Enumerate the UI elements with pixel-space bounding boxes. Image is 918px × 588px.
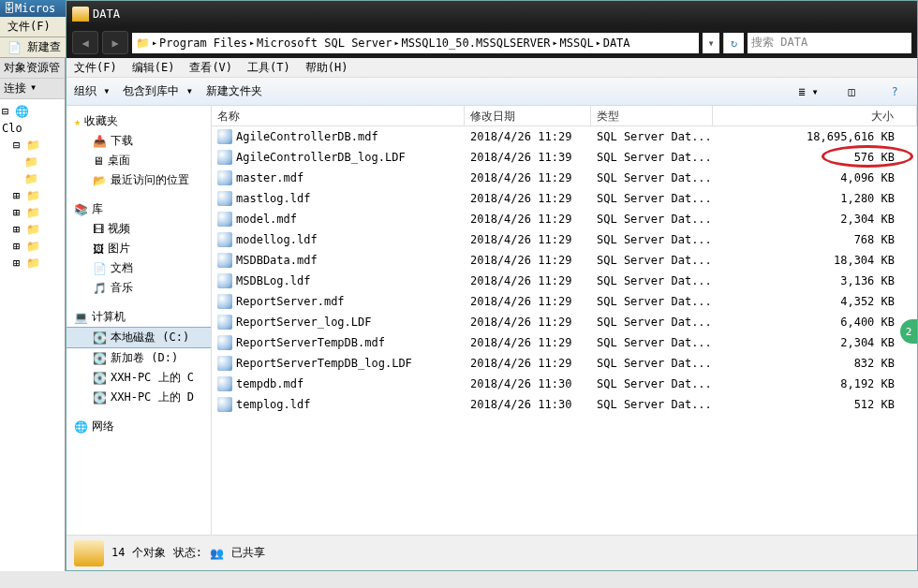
col-name[interactable]: 名称 <box>212 106 465 125</box>
view-options-button[interactable]: ≣ ▾ <box>793 81 823 102</box>
video-icon: 🎞 <box>93 223 104 236</box>
col-type[interactable]: 类型 <box>591 106 713 125</box>
file-row[interactable]: MSDBData.mdf2018/4/26 11:29SQL Server Da… <box>212 250 917 271</box>
menu-help[interactable]: 帮助(H) <box>305 60 348 76</box>
nav-drive-c[interactable]: 💽本地磁盘 (C:) <box>67 327 211 348</box>
nav-favorites[interactable]: ★收藏夹 <box>67 111 211 131</box>
file-icon <box>217 150 232 165</box>
refresh-button[interactable]: ↻ <box>723 33 744 53</box>
nav-drive-d[interactable]: 💽新加卷 (D:) <box>67 348 211 368</box>
column-headers: 名称 修改日期 类型 大小 <box>212 106 917 126</box>
file-date: 2018/4/26 11:30 <box>465 398 591 411</box>
file-type: SQL Server Dat... <box>591 316 713 329</box>
nav-music[interactable]: 🎵音乐 <box>67 278 211 298</box>
file-icon <box>217 356 232 371</box>
file-row[interactable]: AgileControllerDB_log.LDF2018/4/26 11:39… <box>212 147 917 168</box>
recent-icon: 📂 <box>93 174 107 187</box>
file-row[interactable]: templog.ldf2018/4/26 11:30SQL Server Dat… <box>212 394 917 415</box>
file-date: 2018/4/26 11:29 <box>465 295 591 308</box>
back-button[interactable]: ◀ <box>72 31 98 54</box>
drive-icon: 💽 <box>93 352 107 365</box>
nav-desktop[interactable]: 🖥桌面 <box>67 151 211 170</box>
file-row[interactable]: ReportServer_log.LDF2018/4/26 11:29SQL S… <box>212 312 917 332</box>
file-row[interactable]: model.mdf2018/4/26 11:29SQL Server Dat..… <box>212 209 917 229</box>
col-size[interactable]: 大小 <box>713 106 917 125</box>
explorer-window: DATA ◀ ▶ 📁 ▸ Program Files▸ Microsoft SQ… <box>66 0 918 571</box>
file-row[interactable]: master.mdf2018/4/26 11:29SQL Server Dat.… <box>212 168 917 188</box>
file-icon <box>217 232 232 247</box>
drive-icon: 💽 <box>93 331 107 345</box>
file-size: 18,695,616 KB <box>713 130 917 143</box>
file-size: 8,192 KB <box>713 377 917 390</box>
path-dropdown[interactable]: ▾ <box>703 33 719 53</box>
nav-recent[interactable]: 📂最近访问的位置 <box>67 170 211 190</box>
file-row[interactable]: ReportServer.mdf2018/4/26 11:29SQL Serve… <box>212 291 917 312</box>
computer-icon: 💻 <box>74 311 88 324</box>
object-tree[interactable]: ⊟ 🌐 Clo ⊟ 📁 📁 📁 ⊞ 📁 ⊞ 📁 ⊞ 📁 ⊞ 📁 ⊞ 📁 <box>0 99 65 275</box>
include-library-button[interactable]: 包含到库中 ▾ <box>123 83 192 99</box>
menu-file[interactable]: 文件(F) <box>74 60 117 76</box>
object-explorer-title: 对象资源管 <box>0 58 65 79</box>
file-name: MSDBLog.ldf <box>236 274 310 287</box>
nav-network-c[interactable]: 💽XXH-PC 上的 C <box>67 368 211 388</box>
file-name: mastlog.ldf <box>236 192 310 205</box>
ssms-sidebar: 对象资源管 连接▾ ⊟ 🌐 Clo ⊟ 📁 📁 📁 ⊞ 📁 ⊞ 📁 ⊞ 📁 ⊞ … <box>0 58 66 571</box>
file-size: 4,352 KB <box>713 295 917 308</box>
nav-video[interactable]: 🎞视频 <box>67 219 211 239</box>
file-type: SQL Server Dat... <box>591 357 713 370</box>
organize-button[interactable]: 组织 ▾ <box>74 83 110 99</box>
file-type: SQL Server Dat... <box>591 295 713 308</box>
menu-view[interactable]: 查看(V) <box>189 60 232 76</box>
file-icon <box>217 397 232 412</box>
download-icon: 📥 <box>93 135 107 148</box>
file-size: 768 KB <box>713 233 917 246</box>
file-date: 2018/4/26 11:29 <box>465 336 591 349</box>
menu-edit[interactable]: 编辑(E) <box>132 60 175 76</box>
file-type: SQL Server Dat... <box>591 151 713 164</box>
file-date: 2018/4/26 11:29 <box>465 192 591 205</box>
col-date[interactable]: 修改日期 <box>465 106 591 125</box>
menu-tools[interactable]: 工具(T) <box>247 60 290 76</box>
nav-computer[interactable]: 💻计算机 <box>67 307 211 327</box>
toolbar-new-icon: 📄 <box>7 41 22 54</box>
new-query-button[interactable]: 新建查 <box>27 39 61 55</box>
file-type: SQL Server Dat... <box>591 377 713 390</box>
window-title: DATA <box>93 7 120 21</box>
file-date: 2018/4/26 11:29 <box>465 213 591 226</box>
nav-library[interactable]: 📚库 <box>67 199 211 219</box>
help-button[interactable]: ? <box>880 81 910 102</box>
file-date: 2018/4/26 11:29 <box>465 316 591 329</box>
file-type: SQL Server Dat... <box>591 213 713 226</box>
file-type: SQL Server Dat... <box>591 171 713 184</box>
file-name: master.mdf <box>236 171 304 184</box>
explorer-menubar: 文件(F) 编辑(E) 查看(V) 工具(T) 帮助(H) <box>67 58 917 78</box>
file-type: SQL Server Dat... <box>591 130 713 143</box>
file-row[interactable]: ReportServerTempDB.mdf2018/4/26 11:29SQL… <box>212 332 917 353</box>
file-row[interactable]: AgileControllerDB.mdf2018/4/26 11:29SQL … <box>212 126 917 147</box>
nav-documents[interactable]: 📄文档 <box>67 258 211 278</box>
nav-pictures[interactable]: 🖼图片 <box>67 239 211 258</box>
file-row[interactable]: modellog.ldf2018/4/26 11:29SQL Server Da… <box>212 229 917 250</box>
file-row[interactable]: tempdb.mdf2018/4/26 11:30SQL Server Dat.… <box>212 374 917 394</box>
ssms-title: Micros <box>15 2 55 15</box>
file-size: 3,136 KB <box>713 274 917 287</box>
file-name: model.mdf <box>236 213 297 226</box>
connect-label[interactable]: 连接 <box>4 81 26 96</box>
explorer-titlebar[interactable]: DATA <box>67 1 917 27</box>
search-input[interactable]: 搜索 DATA <box>748 33 911 53</box>
folder-icon: 📁 <box>136 37 150 50</box>
file-row[interactable]: ReportServerTempDB_log.LDF2018/4/26 11:2… <box>212 353 917 374</box>
nav-network-d[interactable]: 💽XXH-PC 上的 D <box>67 388 211 407</box>
forward-button[interactable]: ▶ <box>102 31 128 54</box>
nav-network[interactable]: 🌐网络 <box>67 417 211 436</box>
file-list[interactable]: AgileControllerDB.mdf2018/4/26 11:29SQL … <box>212 126 917 535</box>
file-row[interactable]: MSDBLog.ldf2018/4/26 11:29SQL Server Dat… <box>212 271 917 291</box>
address-bar[interactable]: 📁 ▸ Program Files▸ Microsoft SQL Server▸… <box>132 33 699 53</box>
file-row[interactable]: mastlog.ldf2018/4/26 11:29SQL Server Dat… <box>212 188 917 209</box>
nav-downloads[interactable]: 📥下载 <box>67 131 211 151</box>
ssms-menu-file[interactable]: 文件(F) <box>7 19 51 35</box>
file-date: 2018/4/26 11:29 <box>465 254 591 267</box>
new-folder-button[interactable]: 新建文件夹 <box>206 83 262 99</box>
preview-pane-button[interactable]: ◫ <box>837 81 866 102</box>
network-icon: 🌐 <box>74 420 88 434</box>
